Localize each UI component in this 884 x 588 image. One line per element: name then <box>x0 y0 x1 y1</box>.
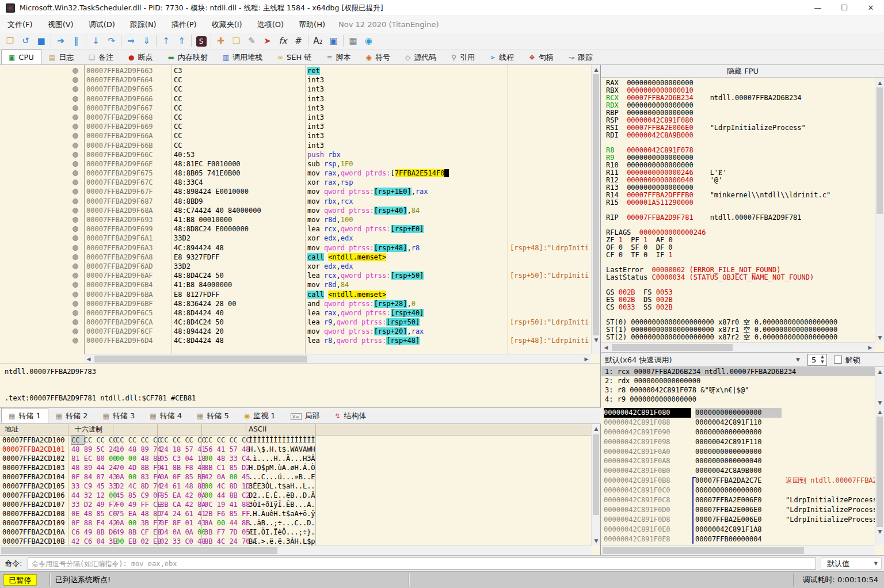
disasm-row[interactable]: 00007FFBA2D9F67548:8B05 741E0B00mov rax,… <box>0 169 591 178</box>
execute-till-return-icon[interactable]: ↑ <box>158 33 174 48</box>
disasm-row[interactable]: 00007FFBA2D9F6BF48:836424 28 00and qword… <box>0 299 591 308</box>
breakpoint-dot[interactable] <box>73 264 78 269</box>
disasm-row[interactable]: 00007FFBA2D9F666CCint3 <box>0 94 591 104</box>
stack-row[interactable]: 00000042C891F0D000007FFBA2E006E0"LdrpIni… <box>601 505 875 515</box>
breakpoint-dot[interactable] <box>73 254 78 260</box>
menu-item[interactable]: 跟踪(N) <box>123 16 164 33</box>
stack-row[interactable]: 00000042C891F0A00000000000000000 <box>601 447 875 457</box>
breakpoint-dot[interactable] <box>73 161 78 167</box>
argument-row[interactable]: 1: rcx 00007FFBA2D6B234 ntdll.00007FFBA2… <box>601 367 884 376</box>
dump-row[interactable]: 00007FFBA2CD10281 EC 80 0000 00 48 8B05 … <box>0 454 591 463</box>
disasm-row[interactable]: 00007FFBA2D9F6C548:8D4424 40lea rax,qwor… <box>0 308 591 318</box>
breakpoint-dot[interactable] <box>73 338 78 343</box>
breakpoint-dot[interactable] <box>73 273 78 278</box>
chevron-down-icon[interactable]: ▼ <box>796 353 800 367</box>
menu-item[interactable]: 帮助(H) <box>291 16 333 33</box>
stack-vscrollbar[interactable]: ▲ ▼ <box>875 407 884 545</box>
disasm-row[interactable]: 00007FFBA2D9F6AF48:8D4C24 50lea rcx,qwor… <box>0 271 591 280</box>
registers-vscrollbar[interactable]: ▲ ▼ <box>875 78 884 342</box>
dump-row[interactable]: 00007FFBA2CD10B42 C6 04 3E00 EB 02 EB02 … <box>0 537 591 546</box>
disasm-row[interactable]: 00007FFBA2D9F6AD33D2xor edx,edx <box>0 262 591 271</box>
step-out-icon[interactable]: ⇓ <box>139 33 154 48</box>
calculator-icon[interactable]: ▦ <box>345 33 361 48</box>
breakpoint-dot[interactable] <box>73 292 78 297</box>
disasm-row[interactable]: 00007FFBA2D9F66C40:53push rbx <box>0 150 591 159</box>
disasm-row[interactable]: 00007FFBA2D9F66E48:81EC F0010000sub rsp,… <box>0 159 591 169</box>
dump-row[interactable]: 00007FFBA2CD10348 89 44 2470 4D 8B F941 … <box>0 463 591 472</box>
disasm-row[interactable]: 00007FFBA2D9F69341:B8 00010000mov r8d,10… <box>0 215 591 224</box>
tab-局部[interactable]: x=局部 <box>283 408 327 423</box>
stack-row[interactable]: 00000042C891F0E800007FFB00000004 <box>601 534 875 544</box>
comment-icon[interactable]: ❏ <box>228 33 244 48</box>
stack-pane[interactable]: 00000042C891F080000000000000000000000042… <box>601 407 884 555</box>
disassembly-pane[interactable]: 00007FFBA2D9F663C3ret00007FFBA2D9F664CCi… <box>0 65 601 364</box>
stack-row[interactable]: 00000042C891F0800000000000000000 <box>601 408 875 418</box>
breakpoint-dot[interactable] <box>73 96 78 102</box>
dump-row[interactable]: 00007FFBA2CD10644 32 12 0045 85 C9 0F85 … <box>0 491 591 500</box>
register-line[interactable]: LastStatus C0000034 (STATUS_OBJECT_NAME_… <box>606 274 874 281</box>
disasm-row[interactable]: 00007FFBA2D9F669CCint3 <box>0 122 591 131</box>
stack-hscrollbar[interactable] <box>601 545 875 555</box>
disasm-row[interactable]: 00007FFBA2D9F668CCint3 <box>0 113 591 122</box>
tab-调用堆栈[interactable]: ▥调用堆栈 <box>215 49 270 64</box>
tab-转储 5[interactable]: ▦转储 5 <box>189 408 237 423</box>
tab-脚本[interactable]: ≡脚本 <box>319 49 358 64</box>
argument-row[interactable]: 3: r8 00000042C891F078 &"呀x\n€|$@" <box>601 385 884 395</box>
close-button[interactable]: ✕ <box>858 0 884 16</box>
breakpoint-dot[interactable] <box>73 329 78 334</box>
tab-结构体[interactable]: ↯结构体 <box>327 408 374 423</box>
case-icon[interactable]: A₂ <box>310 33 326 48</box>
argument-row[interactable]: 2: rdx 0000000000000000 <box>601 376 884 385</box>
maximize-button[interactable]: ☐ <box>831 0 858 16</box>
register-line[interactable]: CS 0033 SS 002B <box>606 304 874 311</box>
breakpoint-dot[interactable] <box>73 235 78 241</box>
breakpoint-dot[interactable] <box>73 245 78 251</box>
menu-item[interactable]: 选项(O) <box>250 16 291 33</box>
menu-item[interactable]: 调试(D) <box>81 16 123 33</box>
breakpoint-dot[interactable] <box>73 319 78 325</box>
breakpoint-dot[interactable] <box>73 68 78 74</box>
calling-convention-select[interactable]: 默认(x64 快速调用) <box>605 353 672 367</box>
tab-CPU[interactable]: ▣CPU <box>1 49 41 64</box>
disasm-row[interactable]: 00007FFBA2D9F6A34C:894424 48mov qword pt… <box>0 243 591 253</box>
breakpoint-dot[interactable] <box>73 170 78 176</box>
open-file-icon[interactable]: ❐ <box>2 33 18 48</box>
stack-row[interactable]: 00000042C891F0900000000000000000 <box>601 427 875 437</box>
tab-线程[interactable]: ➢线程 <box>482 49 521 64</box>
modules-icon[interactable]: ▣ <box>326 33 341 48</box>
disasm-row[interactable]: 00007FFBA2D9F6D44C:8D4424 48lea r8,qword… <box>0 336 591 345</box>
breakpoint-dot[interactable] <box>73 301 78 307</box>
register-line[interactable]: RIP 00007FFBA2D9F781 ntdll.00007FFBA2D9F… <box>606 214 874 222</box>
favourites-icon[interactable]: ➤ <box>260 33 275 48</box>
animate-icon[interactable]: S <box>193 33 209 48</box>
call-arguments-pane[interactable]: 1: rcx 00007FFBA2D6B234 ntdll.00007FFBA2… <box>601 367 884 407</box>
pause-icon[interactable]: ‖ <box>68 33 84 48</box>
breakpoint-dot[interactable] <box>73 105 78 111</box>
dump-row[interactable]: 00007FFBA2CD100CC CC CC CCCC CC CC CCCC … <box>0 436 591 445</box>
dump-row[interactable]: 00007FFBA2CD10733 D2 49 F7F0 49 FF CE8B … <box>0 500 591 509</box>
breakpoint-dot[interactable] <box>73 282 78 288</box>
tab-跟踪[interactable]: ↝跟踪 <box>561 49 600 64</box>
disasm-vscrollbar[interactable]: ▲ ▼ <box>591 65 600 354</box>
breakpoint-dot[interactable] <box>73 310 78 316</box>
patch-icon[interactable]: ✚ <box>213 33 228 48</box>
disasm-row[interactable]: 00007FFBA2D9F66ACCint3 <box>0 131 591 140</box>
disasm-row[interactable]: 00007FFBA2D9F69948:8D8C24 E0000000lea rc… <box>0 224 591 234</box>
hex-dump-pane[interactable]: 地址 十六进制 ASCII 00007FFBA2CD100CC CC CC CC… <box>0 424 601 555</box>
stack-row[interactable]: 00000042C891F0C00000000000000000 <box>601 486 875 495</box>
dump-row[interactable]: 00007FFBA2CD1040F 84 07 430A 00 83 FA0A … <box>0 472 591 482</box>
menu-item[interactable]: 收藏夹(I) <box>204 16 250 33</box>
menu-item[interactable]: 插件(P) <box>164 16 204 33</box>
tab-内存映射[interactable]: ▬内存映射 <box>160 49 215 64</box>
tab-SEH 链[interactable]: ∞SEH 链 <box>270 49 319 64</box>
step-into-icon[interactable]: ↓ <box>88 33 104 48</box>
run-to-cursor-icon[interactable]: ⇒ <box>123 33 139 48</box>
breakpoint-dot[interactable] <box>73 180 78 185</box>
stack-row[interactable]: 00000042C891F0A80000000000000040 <box>601 456 875 466</box>
argument-row[interactable]: 4: r9 0000000000000000 <box>601 395 884 404</box>
restart-icon[interactable]: ↺ <box>18 33 33 48</box>
disasm-row[interactable]: 00007FFBA2D9F6B441:B8 84000000mov r8d,84 <box>0 280 591 289</box>
command-profile-select[interactable]: 默认值▼ <box>821 558 882 570</box>
tab-监视 1[interactable]: ◉监视 1 <box>237 408 283 423</box>
disasm-row[interactable]: 00007FFBA2D9F667CCint3 <box>0 104 591 113</box>
